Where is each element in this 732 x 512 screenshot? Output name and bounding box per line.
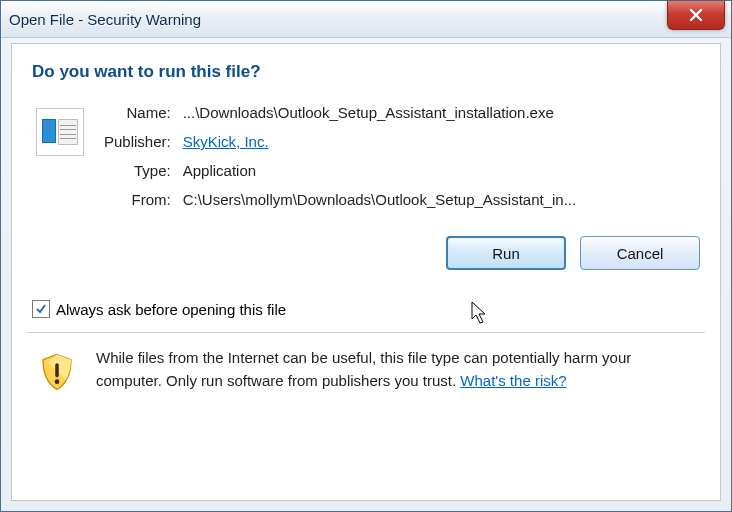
footer: While files from the Internet can be use… [32, 347, 700, 393]
window-title: Open File - Security Warning [9, 11, 201, 28]
always-ask-checkbox[interactable] [32, 300, 50, 318]
always-ask-row[interactable]: Always ask before opening this file [32, 300, 700, 318]
type-label: Type: [104, 162, 173, 179]
footer-text-block: While files from the Internet can be use… [96, 347, 700, 393]
name-value: ...\Downloads\Outlook_Setup_Assistant_in… [183, 104, 577, 121]
from-value: C:\Users\mollym\Downloads\Outlook_Setup_… [183, 191, 577, 208]
whats-the-risk-link[interactable]: What's the risk? [460, 372, 566, 389]
button-row: Run Cancel [32, 236, 700, 270]
security-warning-dialog: Open File - Security Warning Do you want… [0, 0, 732, 512]
type-value: Application [183, 162, 577, 179]
file-info-table: Name: ...\Downloads\Outlook_Setup_Assist… [104, 104, 576, 208]
cancel-button[interactable]: Cancel [580, 236, 700, 270]
shield-warning-icon [36, 351, 78, 393]
name-label: Name: [104, 104, 173, 121]
svg-point-1 [55, 379, 60, 384]
publisher-link[interactable]: SkyKick, Inc. [183, 133, 269, 150]
check-icon [35, 303, 47, 315]
dialog-heading: Do you want to run this file? [32, 62, 700, 82]
application-icon [36, 108, 84, 156]
publisher-label: Publisher: [104, 133, 173, 150]
close-icon [688, 7, 704, 23]
close-button[interactable] [667, 1, 725, 30]
title-bar[interactable]: Open File - Security Warning [1, 1, 731, 38]
dialog-body: Do you want to run this file? Name: ...\… [11, 43, 721, 501]
from-label: From: [104, 191, 173, 208]
svg-rect-0 [55, 363, 59, 377]
divider [27, 332, 705, 333]
always-ask-label: Always ask before opening this file [56, 301, 286, 318]
run-button[interactable]: Run [446, 236, 566, 270]
